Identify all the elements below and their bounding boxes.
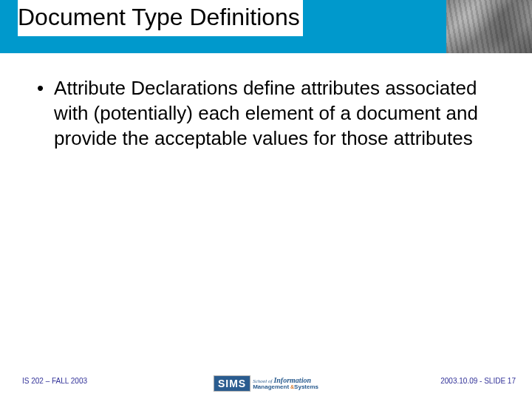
bullet-item: • Attribute Declarations define attribut… — [34, 75, 498, 151]
header-decorative-image — [446, 0, 532, 53]
sims-logo-text: School of Information Management &System… — [253, 377, 318, 390]
slide-title: Document Type Definitions — [18, 0, 303, 36]
header-background: Document Type Definitions — [0, 0, 446, 53]
bullet-marker: • — [37, 75, 44, 100]
sims-logo-box: SIMS — [214, 375, 250, 392]
slide-body: • Attribute Declarations define attribut… — [0, 53, 532, 151]
footer-date-slide: 2003.10.09 - SLIDE 17 — [440, 377, 516, 385]
slide-header: Document Type Definitions — [0, 0, 532, 53]
slide-footer: IS 202 – FALL 2003 SIMS School of Inform… — [0, 369, 532, 399]
footer-logo: SIMS School of Information Management &S… — [214, 375, 318, 392]
footer-course-label: IS 202 – FALL 2003 — [22, 377, 87, 385]
bullet-text: Attribute Declarations define attributes… — [54, 75, 498, 151]
